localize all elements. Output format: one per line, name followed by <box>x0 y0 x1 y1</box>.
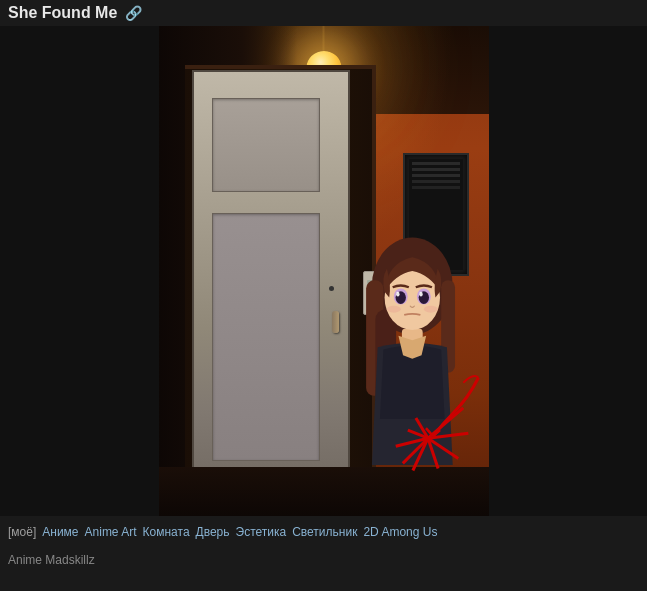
tag-aesthetics[interactable]: Эстетика <box>236 525 287 539</box>
svg-point-12 <box>387 306 401 313</box>
tag-anime-art[interactable]: Anime Art <box>85 525 137 539</box>
tag-2d-among-us[interactable]: 2D Among Us <box>363 525 437 539</box>
link-icon[interactable]: 🔗 <box>125 5 142 21</box>
svg-point-13 <box>424 306 438 313</box>
author-bar: Anime Madskillz <box>0 548 647 572</box>
tags-bar: [моё] Аниме Anime Art Комната Дверь Эсте… <box>0 516 647 548</box>
page-title: She Found Me <box>8 4 117 22</box>
svg-point-11 <box>420 292 423 297</box>
tag-room[interactable]: Комната <box>143 525 190 539</box>
anime-artwork <box>159 26 489 516</box>
page-header: She Found Me 🔗 <box>0 0 647 26</box>
author-name[interactable]: Anime Madskillz <box>8 553 95 567</box>
tag-mine[interactable]: [моё] <box>8 525 36 539</box>
svg-point-10 <box>396 292 399 297</box>
tag-anime[interactable]: Аниме <box>42 525 78 539</box>
tag-door[interactable]: Дверь <box>196 525 230 539</box>
image-container <box>0 26 647 516</box>
tag-lamp[interactable]: Светильник <box>292 525 357 539</box>
